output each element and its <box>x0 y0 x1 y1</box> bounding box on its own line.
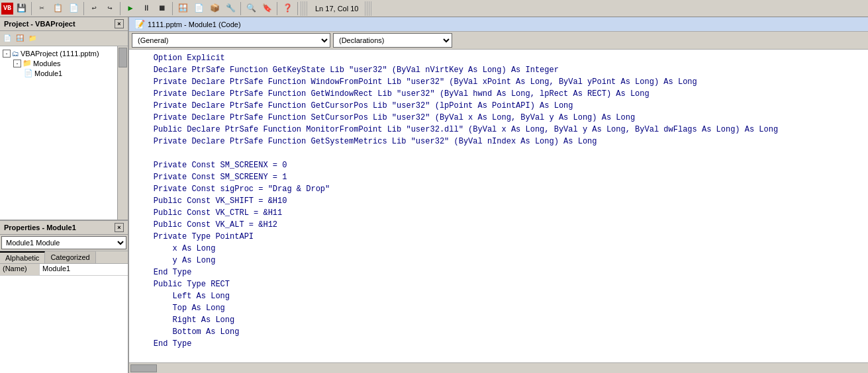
proc-icon[interactable]: 🔧 <box>223 1 238 16</box>
project-panel: Project - VBAProject × 📄 🪟 📁 - 🗂 VBAProj… <box>0 17 128 221</box>
code-line <box>134 350 863 362</box>
code-scrollbar[interactable] <box>129 362 868 373</box>
project-scrollbar[interactable] <box>117 46 128 220</box>
properties-panel-header: Properties - Module1 × <box>0 221 128 235</box>
class-icon[interactable]: 📦 <box>207 1 222 16</box>
root-expander[interactable]: - <box>3 50 11 58</box>
separator-2 <box>83 2 84 15</box>
pause-icon[interactable]: ⏸ <box>139 1 154 16</box>
root-icon: 🗂 <box>12 50 19 58</box>
code-line: Private Const SM_SCREENY = 1 <box>134 171 863 183</box>
props-key-name: (Name) <box>0 264 40 275</box>
props-val-name[interactable]: Module1 <box>40 264 128 275</box>
properties-panel-title: Properties - Module1 <box>4 224 115 231</box>
code-title-bar: 📝 1111.pptm - Module1 (Code) <box>129 17 868 32</box>
properties-toolbar: Module1 Module <box>0 235 128 251</box>
separator-1 <box>31 2 32 15</box>
code-title-text: 1111.pptm - Module1 (Code) <box>148 21 241 28</box>
code-line: y As Long <box>134 255 863 267</box>
code-line: Public Declare PtrSafe Function MonitorF… <box>134 124 863 136</box>
code-line: Private Declare PtrSafe Function GetCurs… <box>134 100 863 112</box>
separator-3 <box>120 2 121 15</box>
tab-categorized[interactable]: Categorized <box>45 251 95 263</box>
separator-6 <box>277 2 277 15</box>
stop-icon[interactable]: ⏹ <box>155 1 169 16</box>
code-line: Public Const VK_ALT = &H12 <box>134 219 863 231</box>
code-line: Option Explicit <box>134 52 863 64</box>
module1-icon: 📄 <box>24 69 33 77</box>
paste-icon[interactable]: 📄 <box>66 1 81 16</box>
separator-4 <box>172 2 173 15</box>
copy-icon[interactable]: 📋 <box>50 1 65 16</box>
bookmark-icon[interactable]: 🔖 <box>260 1 274 16</box>
code-line: Private Const sigProc = "Drag & Drop" <box>134 183 863 195</box>
userform-icon[interactable]: 🪟 <box>175 1 190 16</box>
modules-expander[interactable]: - <box>13 60 21 67</box>
code-line: Private Declare PtrSafe Function GetSyst… <box>134 136 863 147</box>
project-panel-header: Project - VBAProject × <box>0 17 128 31</box>
separator-7 <box>297 2 298 15</box>
vba-icon: VB <box>1 3 13 15</box>
view-object-btn[interactable]: 🪟 <box>14 32 26 44</box>
code-line: Private Const SM_SCREENX = 0 <box>134 159 863 171</box>
code-line: Declare PtrSafe Function GetKeyState Lib… <box>134 64 863 76</box>
redo-icon[interactable]: ↪ <box>103 1 117 16</box>
module-icon[interactable]: 📄 <box>191 1 206 16</box>
run-icon[interactable]: ▶ <box>123 1 138 16</box>
view-code-btn[interactable]: 📄 <box>1 32 13 44</box>
toolbar-resize-2[interactable] <box>365 1 373 16</box>
code-line: End Type <box>134 267 863 278</box>
root-label: VBAProject (1111.pptm) <box>21 50 99 58</box>
main-toolbar: VB 💾 ✂ 📋 📄 ↩ ↪ ▶ ⏸ ⏹ 🪟 📄 📦 🔧 🔍 🔖 ❓ Ln 17… <box>0 0 868 17</box>
project-tree[interactable]: - 🗂 VBAProject (1111.pptm) - 📁 Modules <box>0 46 117 220</box>
project-panel-title: Project - VBAProject <box>4 20 115 28</box>
props-tabs: Alphabetic Categorized <box>0 251 128 264</box>
properties-panel-close[interactable]: × <box>115 223 124 232</box>
code-line: Public Const VK_SHIFT = &H10 <box>134 195 863 207</box>
help-icon[interactable]: ❓ <box>280 1 295 16</box>
tree-item-root[interactable]: - 🗂 VBAProject (1111.pptm) <box>1 49 116 58</box>
h-scroll-thumb[interactable] <box>130 364 157 372</box>
code-line: Bottom As Long <box>134 326 863 338</box>
general-select[interactable]: (General) <box>132 33 330 48</box>
props-object-select[interactable]: Module1 Module <box>1 236 126 249</box>
module1-label: Module1 <box>34 69 62 77</box>
separator-5 <box>240 2 241 15</box>
modules-icon: 📁 <box>23 59 32 67</box>
code-line: Private Declare PtrSafe Function SetCurs… <box>134 112 863 124</box>
code-line: Private Declare PtrSafe Function GetWind… <box>134 88 863 100</box>
code-title-icon: 📝 <box>134 19 145 29</box>
cut-icon[interactable]: ✂ <box>34 1 49 16</box>
tree-item-module1[interactable]: 📄 Module1 <box>1 68 116 78</box>
code-line <box>134 147 863 159</box>
undo-icon[interactable]: ↩ <box>87 1 101 16</box>
code-line: Top As Long <box>134 302 863 314</box>
code-line: x As Long <box>134 243 863 255</box>
props-row-name: (Name) Module1 <box>0 264 128 276</box>
save-icon[interactable]: 💾 <box>14 1 28 16</box>
code-line: Right As Long <box>134 314 863 326</box>
code-dropdowns: (General) (Declarations) <box>129 32 868 50</box>
code-area[interactable]: Option Explicit Declare PtrSafe Function… <box>129 50 868 362</box>
declarations-select[interactable]: (Declarations) <box>333 33 452 48</box>
toolbar-resize[interactable] <box>301 1 309 16</box>
left-panel: Project - VBAProject × 📄 🪟 📁 - 🗂 VBAProj… <box>0 17 129 373</box>
main-layout: Project - VBAProject × 📄 🪟 📁 - 🗂 VBAProj… <box>0 17 868 373</box>
code-panel: 📝 1111.pptm - Module1 (Code) (General) (… <box>129 17 868 373</box>
project-panel-close[interactable]: × <box>115 19 124 28</box>
find-icon[interactable]: 🔍 <box>244 1 258 16</box>
tree-item-modules[interactable]: - 📁 Modules <box>1 58 116 68</box>
properties-panel: Properties - Module1 × Module1 Module Al… <box>0 221 128 373</box>
code-line: Public Type RECT <box>134 278 863 290</box>
toggle-folders-btn[interactable]: 📁 <box>26 32 38 44</box>
project-panel-toolbar: 📄 🪟 📁 <box>0 31 128 46</box>
code-line: Public Const VK_CTRL = &H11 <box>134 207 863 219</box>
cursor-position: Ln 17, Col 10 <box>310 5 363 13</box>
project-tree-container: - 🗂 VBAProject (1111.pptm) - 📁 Modules <box>0 46 128 220</box>
tab-alphabetic[interactable]: Alphabetic <box>0 251 45 263</box>
code-line: Left As Long <box>134 290 863 302</box>
code-line: Private Type PointAPI <box>134 231 863 243</box>
modules-label: Modules <box>33 60 61 67</box>
code-line: End Type <box>134 338 863 350</box>
scroll-thumb[interactable] <box>119 48 127 67</box>
